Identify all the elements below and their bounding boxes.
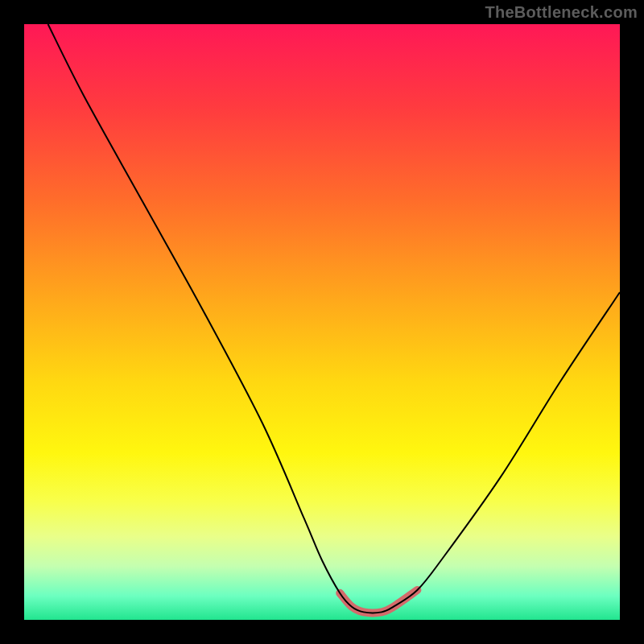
watermark-text: TheBottleneck.com [485,3,638,22]
bottleneck-chart [0,0,644,644]
plot-background [24,24,620,620]
chart-container: TheBottleneck.com [0,0,644,644]
